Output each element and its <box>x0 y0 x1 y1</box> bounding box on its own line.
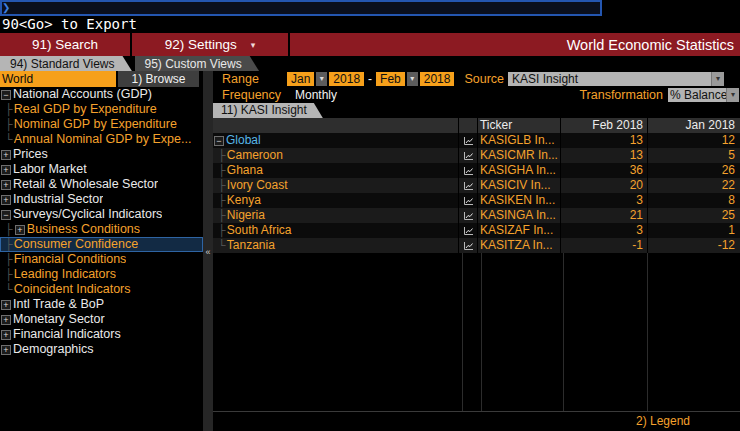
sidebar-item-prices[interactable]: +Prices <box>0 147 203 162</box>
settings-menu-button[interactable]: 92) Settings ▾ <box>132 33 290 56</box>
legend-button[interactable]: 2) Legend <box>213 412 740 431</box>
sidebar-item-annual-nominal-gdp-by-expe-[interactable]: └Annual Nominal GDP by Expe... <box>0 132 203 147</box>
sidebar-item-business-conditions[interactable]: ├+Business Conditions <box>0 222 203 237</box>
expand-icon[interactable]: + <box>1 180 11 190</box>
expand-icon[interactable]: + <box>1 195 11 205</box>
range-end-month-select[interactable]: Feb <box>376 72 405 86</box>
row-name-cell[interactable]: ├Ghana <box>213 163 458 178</box>
header-feb-2018: Feb 2018 <box>561 118 647 133</box>
row-name-label: Global <box>226 133 261 148</box>
chevron-down-icon[interactable]: ▾ <box>711 72 724 86</box>
ticker-cell[interactable]: KASIGLB In... <box>478 133 560 148</box>
collapse-sidebar-icon[interactable]: « <box>203 247 213 257</box>
row-name-cell[interactable]: −Global <box>213 133 458 148</box>
ticker-cell[interactable]: KASIKEN In... <box>478 193 560 208</box>
sidebar-item-label: National Accounts (GDP) <box>13 87 152 102</box>
expand-icon[interactable]: + <box>1 150 11 160</box>
transformation-select[interactable]: % Balance/Diffusion ▾ <box>668 88 739 102</box>
range-label: Range <box>222 72 285 86</box>
source-label: Source <box>464 72 504 86</box>
header-jan-2018: Jan 2018 <box>648 118 740 133</box>
row-name-cell[interactable]: ├South Africa <box>213 223 458 238</box>
expand-icon[interactable]: + <box>1 300 11 310</box>
mini-chart-icon[interactable] <box>459 223 477 238</box>
table-row-south-africa[interactable]: ├South AfricaKASIZAF In...31 <box>213 223 740 238</box>
sidebar-item-real-gdp-by-expenditure[interactable]: ├Real GDP by Expenditure <box>0 102 203 117</box>
source-select[interactable]: KASI Insight ▾ <box>508 72 724 86</box>
jan-2018-value: 8 <box>648 193 740 208</box>
row-name-cell[interactable]: └Tanzania <box>213 238 458 253</box>
mini-chart-icon[interactable] <box>459 193 477 208</box>
mini-chart-icon[interactable] <box>459 178 477 193</box>
expand-icon[interactable]: + <box>1 315 11 325</box>
feb-2018-value: 3 <box>561 193 647 208</box>
ticker-cell[interactable]: KASIZAF In... <box>478 223 560 238</box>
header-ticker: Ticker <box>478 118 560 133</box>
tree-branch-icon: ├ <box>218 208 226 223</box>
chevron-down-icon[interactable]: ▾ <box>726 88 739 102</box>
table-row-cameroon[interactable]: ├CameroonKASICMR In...135 <box>213 148 740 163</box>
browse-button[interactable]: 1) Browse <box>118 71 199 87</box>
mini-chart-icon[interactable] <box>459 163 477 178</box>
sidebar-item-industrial-sector[interactable]: +Industrial Sector <box>0 192 203 207</box>
table-row-global[interactable]: −GlobalKASIGLB In...1312 <box>213 133 740 148</box>
collapse-icon[interactable]: − <box>1 210 11 220</box>
collapse-icon[interactable]: − <box>214 136 224 146</box>
collapse-icon[interactable]: − <box>1 90 11 100</box>
ticker-cell[interactable]: KASICMR In... <box>478 148 560 163</box>
sidebar-item-demographics[interactable]: +Demographics <box>0 342 203 357</box>
expand-icon[interactable]: + <box>1 165 11 175</box>
grid-line <box>481 253 482 411</box>
command-prompt-icon: ❯ <box>2 3 10 13</box>
range-start-month-select[interactable]: Jan <box>287 72 314 86</box>
table-row-nigeria[interactable]: ├NigeriaKASINGA In...2125 <box>213 208 740 223</box>
chevron-down-icon[interactable]: ▾ <box>316 72 327 86</box>
sidebar-item-label: Financial Indicators <box>13 327 121 342</box>
search-menu-button[interactable]: 91) Search <box>0 33 132 56</box>
sidebar-item-monetary-sector[interactable]: +Monetary Sector <box>0 312 203 327</box>
sidebar-item-intl-trade-bop[interactable]: +Intl Trade & BoP <box>0 297 203 312</box>
table-row-ivory-coast[interactable]: ├Ivory CoastKASICIV In...2022 <box>213 178 740 193</box>
table-row-kenya[interactable]: ├KenyaKASIKEN In...38 <box>213 193 740 208</box>
sidebar-item-leading-indicators[interactable]: ├Leading Indicators <box>0 267 203 282</box>
sidebar-item-consumer-confidence[interactable]: ├Consumer Confidence <box>0 237 203 252</box>
tab-custom-views[interactable]: 95) Custom Views <box>135 56 260 72</box>
tab-kasi-insight[interactable]: 11) KASI Insight <box>213 103 323 118</box>
ticker-cell[interactable]: KASIGHA In... <box>478 163 560 178</box>
row-name-cell[interactable]: ├Cameroon <box>213 148 458 163</box>
expand-icon[interactable]: + <box>1 345 11 355</box>
sidebar-item-surveys-cyclical-indicators[interactable]: −Surveys/Cyclical Indicators <box>0 207 203 222</box>
tab-standard-views[interactable]: 94) Standard Views <box>0 56 133 72</box>
region-selector[interactable]: World <box>0 71 116 87</box>
expand-icon[interactable]: + <box>15 225 25 235</box>
frequency-value[interactable]: Monthly <box>295 88 337 102</box>
table-header-row: Ticker Feb 2018 Jan 2018 <box>213 118 740 133</box>
sidebar-item-financial-conditions[interactable]: ├Financial Conditions <box>0 252 203 267</box>
sidebar-divider[interactable]: « <box>203 71 213 431</box>
sidebar-item-retail-wholesale-sector[interactable]: +Retail & Wholesale Sector <box>0 177 203 192</box>
mini-chart-icon[interactable] <box>459 133 477 148</box>
row-name-cell[interactable]: ├Kenya <box>213 193 458 208</box>
row-name-cell[interactable]: ├Ivory Coast <box>213 178 458 193</box>
mini-chart-icon[interactable] <box>459 208 477 223</box>
ticker-cell[interactable]: KASITZA In... <box>478 238 560 253</box>
statistics-table: Ticker Feb 2018 Jan 2018 −GlobalKASIGLB … <box>213 118 740 253</box>
sidebar-item-nominal-gdp-by-expenditure[interactable]: ├Nominal GDP by Expenditure <box>0 117 203 132</box>
sidebar-item-financial-indicators[interactable]: +Financial Indicators <box>0 327 203 342</box>
ticker-cell[interactable]: KASINGA In... <box>478 208 560 223</box>
mini-chart-icon[interactable] <box>459 148 477 163</box>
table-row-ghana[interactable]: ├GhanaKASIGHA In...3626 <box>213 163 740 178</box>
sidebar-item-coincident-indicators[interactable]: └Coincident Indicators <box>0 282 203 297</box>
mini-chart-icon[interactable] <box>459 238 477 253</box>
range-start-year-select[interactable]: 2018 <box>329 72 364 86</box>
sidebar-item-national-accounts-gdp-[interactable]: −National Accounts (GDP) <box>0 87 203 102</box>
table-row-tanzania[interactable]: └TanzaniaKASITZA In...-1-12 <box>213 238 740 253</box>
expand-icon[interactable]: + <box>1 330 11 340</box>
row-name-cell[interactable]: ├Nigeria <box>213 208 458 223</box>
chevron-down-icon[interactable]: ▾ <box>407 72 418 86</box>
ticker-cell[interactable]: KASICIV In... <box>478 178 560 193</box>
sidebar-item-labor-market[interactable]: +Labor Market <box>0 162 203 177</box>
range-end-year-select[interactable]: 2018 <box>420 72 455 86</box>
command-input[interactable]: ❯ <box>0 0 602 16</box>
sidebar-item-label: Labor Market <box>13 162 87 177</box>
